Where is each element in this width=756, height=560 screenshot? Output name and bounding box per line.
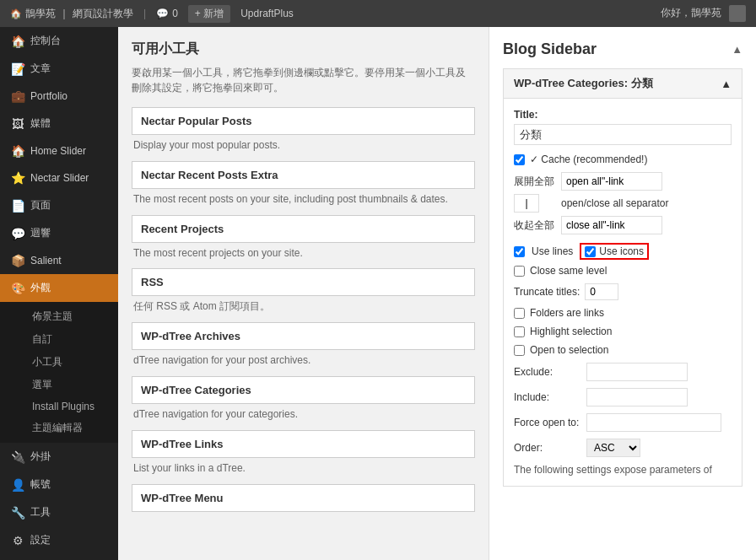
folders-links-label: Folders are links [530,307,604,319]
sidebar-subitem-theme-editor[interactable]: 主題編輯器 [25,417,118,439]
available-tools-title: 可用小工具 [132,40,475,58]
widget-recent-projects-desc: The most recent projects on your site. [132,246,475,261]
expand-all-input[interactable] [561,172,662,191]
widget-nectar-recent-extra[interactable]: Nectar Recent Posts Extra [132,161,475,189]
collapse-all-input[interactable] [561,216,662,234]
admin-bar: 鵲學苑 ｜ 網頁設計教學 | 💬 0 + 新增 UpdraftPlus 你好，鵲… [0,0,756,27]
widget-nectar-popular-title: Nectar Popular Posts [141,115,466,127]
truncate-input[interactable] [585,283,618,300]
widget-wpdtree-categories-title: WP-dTree Categories [141,384,466,396]
new-button[interactable]: + 新增 [188,5,230,23]
include-input[interactable] [586,388,688,407]
widget-settings-header[interactable]: WP-dTree Categories: 分類 ▲ [504,69,742,99]
widget-recent-projects[interactable]: Recent Projects [132,215,475,243]
main-content: 可用小工具 要啟用某一個小工具，將它拖拳到側邊欄或點擊它。要停用某一個小工具及刪… [118,27,756,560]
collapse-all-label: 收起全部 [514,218,554,233]
use-lines-icons-row: Use lines Use icons [514,243,732,260]
sidebar-subitem-widgets[interactable]: 小工具 [25,351,118,374]
sidebar: 🏠 控制台 📝 文章 💼 Portfolio 🖼 媒體 🏠 Home Slide… [0,27,118,560]
sidebar-subitem-customize[interactable]: 自訂 [25,328,118,351]
widget-recent-projects-title: Recent Projects [141,223,466,235]
sidebar-label-users: 帳號 [30,477,51,492]
settings-icon: ⚙ [10,534,25,547]
nectar-slider-icon: ⭐ [10,171,25,185]
order-label: Order: [514,442,581,454]
truncate-row: Truncate titles: [514,283,732,300]
sidebar-item-tools[interactable]: 🔧 工具 [0,498,118,526]
close-same-level-checkbox[interactable] [514,266,525,277]
widget-wpdtree-menu-title: WP-dTree Menu [141,492,466,504]
exclude-label: Exclude: [514,366,581,378]
site-name[interactable]: 鵲學苑 ｜ 網頁設計教學 [10,7,133,21]
force-open-input[interactable] [586,413,721,432]
widget-rss[interactable]: RSS [132,268,475,296]
sidebar-item-dashboard[interactable]: 🏠 控制台 [0,27,118,55]
blog-sidebar-settings: Blog Sidebar ▲ WP-dTree Categories: 分類 ▲… [489,27,756,560]
sidebar-item-posts[interactable]: 📝 文章 [0,55,118,83]
sidebar-label-plugins: 外掛 [30,450,51,464]
sidebar-item-home-slider[interactable]: 🏠 Home Slider [0,137,118,164]
dashboard-icon: 🏠 [10,35,25,48]
comments-link[interactable]: 💬 0 [156,8,178,19]
use-lines-label: Use lines [532,245,573,257]
use-lines-checkbox[interactable] [514,246,525,257]
title-field-row: Title: [514,109,732,145]
widget-nectar-recent-extra-title: Nectar Recent Posts Extra [141,169,466,181]
highlight-selection-checkbox[interactable] [514,326,525,337]
sidebar-label-posts: 文章 [30,62,51,76]
open-to-selection-label: Open to selection [530,344,608,356]
sidebar-subitem-themes[interactable]: 佈景主題 [25,305,118,328]
sidebar-label-salient: Salient [30,255,62,267]
sidebar-item-salient[interactable]: 📦 Salient [0,247,118,274]
widget-nectar-popular[interactable]: Nectar Popular Posts [132,107,475,135]
force-open-label: Force open to: [514,417,581,428]
exclude-input[interactable] [586,363,688,381]
widget-wpdtree-archives[interactable]: WP-dTree Archives [132,322,475,350]
appearance-icon: 🎨 [10,282,25,295]
separator-input[interactable] [514,194,539,213]
wpdtree-categories-widget-box: WP-dTree Categories: 分類 ▲ Title: [503,68,742,487]
sidebar-label-settings: 設定 [30,533,51,547]
widget-wpdtree-archives-desc: dTree navigation for your post archives. [132,353,475,368]
close-same-level-row: Close same level [514,265,732,277]
sidebar-subitem-install-plugins[interactable]: Install Plugins [25,396,118,417]
exclude-row: Exclude: [514,363,732,381]
sidebar-item-plugins[interactable]: 🔌 外掛 [0,443,118,471]
use-icons-checkbox[interactable] [585,246,596,257]
order-select[interactable]: ASC DESC [586,439,640,457]
use-icons-label: Use icons [599,245,644,257]
sidebar-item-settings[interactable]: ⚙ 設定 [0,526,118,554]
widget-settings-body: Title: ✓ Cache (recommended!) [504,99,742,486]
widget-wpdtree-links[interactable]: WP-dTree Links [132,430,475,458]
sidebar-item-portfolio[interactable]: 💼 Portfolio [0,83,118,110]
folders-links-checkbox[interactable] [514,308,525,319]
title-input[interactable] [514,124,732,145]
cache-checkbox[interactable] [514,154,525,165]
sidebar-item-comments[interactable]: 💬 迴響 [0,219,118,247]
sidebar-item-collapse[interactable]: ◀ 摺疊選單 [0,554,118,560]
widget-wpdtree-categories[interactable]: WP-dTree Categories [132,376,475,404]
folders-links-row: Folders are links [514,307,732,319]
widget-nectar-recent-extra-desc: The most recent posts on your site, incl… [132,192,475,207]
sidebar-subitem-menus[interactable]: 選單 [25,374,118,396]
sidebar-item-appearance[interactable]: 🎨 外觀 [0,274,118,302]
sidebar-item-nectar-slider[interactable]: ⭐ Nectar Slider [0,164,118,191]
plugin-label: UpdraftPlus [240,8,294,19]
sidebar-item-users[interactable]: 👤 帳號 [0,471,118,498]
highlight-selection-label: Highlight selection [530,326,612,337]
close-same-level-label: Close same level [530,265,607,277]
avatar [729,5,746,22]
appearance-submenu: 佈景主題 自訂 小工具 選單 Install Plugins 主題編輯器 [0,302,118,443]
open-to-selection-checkbox[interactable] [514,345,525,356]
sidebar-label-nectar-slider: Nectar Slider [30,172,89,184]
sidebar-collapse-arrow[interactable]: ▲ [732,43,742,56]
widget-wpdtree-menu[interactable]: WP-dTree Menu [132,484,475,512]
sidebar-item-media[interactable]: 🖼 媒體 [0,110,118,137]
widget-settings-arrow: ▲ [721,78,732,90]
plugins-icon: 🔌 [10,450,25,464]
tools-icon: 🔧 [10,506,25,520]
widget-settings-title: WP-dTree Categories: 分類 [514,76,653,91]
order-row: Order: ASC DESC [514,439,732,457]
sidebar-item-pages[interactable]: 📄 頁面 [0,191,118,219]
cache-checkbox-row: ✓ Cache (recommended!) [514,153,732,165]
